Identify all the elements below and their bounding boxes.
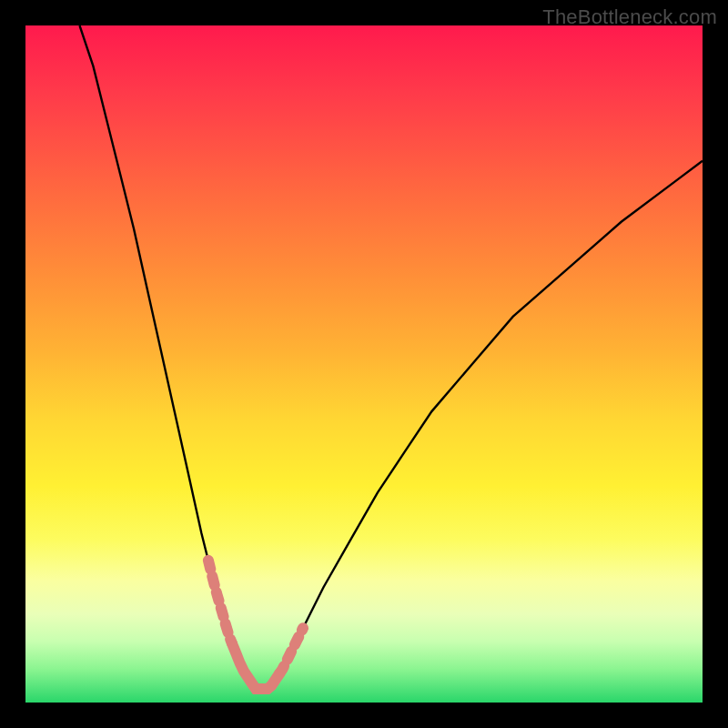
beads-right [279, 628, 303, 673]
beads-left [208, 561, 232, 643]
plot-area [25, 25, 703, 703]
curve-line [80, 25, 703, 689]
curve-beads [208, 561, 303, 689]
beads-flat [232, 643, 279, 689]
plot-frame: TheBottleneck.com [0, 0, 728, 728]
bottleneck-curve [25, 25, 703, 703]
